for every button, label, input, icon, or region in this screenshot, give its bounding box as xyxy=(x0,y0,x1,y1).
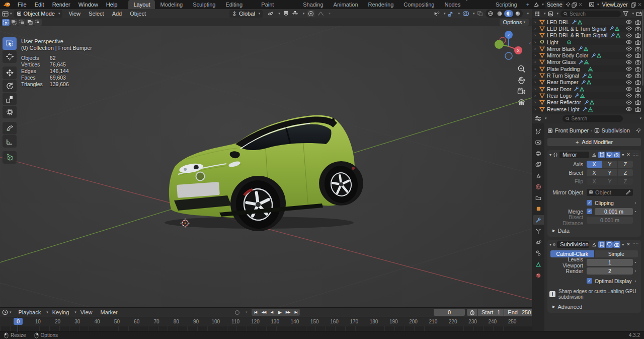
mesh-data-icon[interactable] xyxy=(614,26,620,31)
merge-checkbox[interactable] xyxy=(587,209,592,214)
properties-search-input[interactable] xyxy=(572,116,620,121)
optimal-display-checkbox[interactable] xyxy=(587,278,592,284)
add-workspace-button[interactable]: + xyxy=(522,2,533,8)
disable-render-camera-icon[interactable] xyxy=(635,80,641,85)
add-modifier-button[interactable]: + Add Modifier xyxy=(547,138,641,146)
light-object-icon[interactable] xyxy=(539,39,545,45)
outliner-row-reverse-light[interactable]: › Reverse Light xyxy=(532,106,644,112)
expand-chevron[interactable]: › xyxy=(534,46,539,51)
outliner-row-light[interactable]: › Light xyxy=(532,39,644,45)
mesh-object-icon[interactable] xyxy=(539,20,545,25)
expand-chevron[interactable]: › xyxy=(534,53,539,58)
outliner-row-led-drl-l-turn-signal[interactable]: › LED DRL & L Turn Signal xyxy=(532,25,644,32)
viewlayer-icon[interactable] xyxy=(589,2,595,8)
mirror-bisect-buttons-z[interactable]: Z xyxy=(618,169,633,176)
viewport-3d[interactable]: ▾ Object Mode ▾ ViewSelectAddObject Glob… xyxy=(0,9,532,307)
outliner-row-rear-bumper[interactable]: › Rear Bumper xyxy=(532,79,644,86)
scene-browse-chevron[interactable]: ▾ xyxy=(542,3,544,7)
shading-wireframe-button[interactable] xyxy=(486,10,495,17)
prev-keyframe-button[interactable]: ◀◀ xyxy=(260,309,268,316)
mirror-show-viewport-toggle[interactable] xyxy=(606,152,613,158)
hide-eye-icon[interactable] xyxy=(626,40,632,44)
mesh-object-icon[interactable] xyxy=(539,93,545,98)
viewlayer-browse-chevron[interactable]: ▾ xyxy=(597,3,599,7)
new-viewlayer-icon[interactable] xyxy=(631,2,636,8)
shading-rendered-button[interactable] xyxy=(513,10,522,17)
expand-chevron[interactable]: › xyxy=(534,87,539,92)
scene-selector[interactable]: Scene xyxy=(545,1,565,9)
measure-tool[interactable] xyxy=(3,135,17,148)
pin-id-icon[interactable] xyxy=(636,128,641,133)
tab-world[interactable] xyxy=(533,182,544,191)
menu-file[interactable]: File xyxy=(14,0,31,9)
timeline-menu-keying[interactable]: Keying xyxy=(48,308,73,317)
modifier-wrench-icon[interactable] xyxy=(574,86,579,92)
object-name[interactable]: Mirror Glass xyxy=(547,59,576,65)
expand-chevron[interactable]: › xyxy=(534,33,539,38)
mirror-bisect-buttons-y[interactable]: Y xyxy=(602,169,617,176)
object-name[interactable]: Mirror Black xyxy=(547,46,575,52)
mesh-data-icon[interactable] xyxy=(584,59,589,64)
select-set-button[interactable] xyxy=(2,19,10,26)
hide-eye-icon[interactable] xyxy=(626,46,632,51)
tab-tool[interactable] xyxy=(533,126,544,136)
disable-render-camera-icon[interactable] xyxy=(635,20,641,25)
snap-target-chevron[interactable]: ▾ xyxy=(278,12,280,16)
disable-render-camera-icon[interactable] xyxy=(635,26,641,31)
mirror-axis-buttons-z[interactable]: Z xyxy=(618,161,633,168)
pin-icon[interactable] xyxy=(566,2,571,7)
tab-object-data[interactable] xyxy=(533,259,544,269)
subdiv-show-viewport-toggle[interactable] xyxy=(606,241,613,248)
mesh-object-icon[interactable] xyxy=(539,59,545,64)
new-collection-icon[interactable] xyxy=(636,11,642,17)
simple-button[interactable]: Simple xyxy=(595,250,638,257)
hide-eye-icon[interactable] xyxy=(626,100,632,105)
breadcrumb-object[interactable]: Front Bumper xyxy=(555,127,589,133)
outliner-row-r-turn-signal[interactable]: › R Turn Signal xyxy=(532,72,644,79)
levels-viewport-field[interactable]: 1 xyxy=(587,259,633,266)
mesh-data-icon[interactable] xyxy=(589,100,595,105)
play-reverse-button[interactable]: ◀ xyxy=(268,309,276,316)
object-visibility-icon[interactable] xyxy=(434,11,440,17)
mirror-data-subpanel[interactable]: ▸ Data xyxy=(552,227,641,234)
subdiv-advanced-subpanel[interactable]: ▸ Advanced xyxy=(552,303,641,310)
mesh-object-icon[interactable] xyxy=(539,80,545,85)
timeline-channel-strip[interactable] xyxy=(0,326,532,331)
display-mode-chevron[interactable]: ▾ xyxy=(544,12,546,16)
tab-particles[interactable] xyxy=(533,226,544,236)
mesh-data-icon[interactable] xyxy=(577,20,583,25)
modifier-wrench-icon[interactable] xyxy=(574,93,580,98)
object-name[interactable]: Rear Bumper xyxy=(547,79,578,85)
timeline-ruler[interactable]: 0 10203040506070809010011012013014015016… xyxy=(0,317,532,326)
mesh-object-icon[interactable] xyxy=(539,66,545,72)
select-box-tool[interactable] xyxy=(3,37,17,50)
modifier-wrench-icon[interactable] xyxy=(591,53,596,58)
mesh-object-icon[interactable] xyxy=(539,73,545,78)
mesh-data-icon[interactable] xyxy=(596,53,602,58)
expand-chevron[interactable]: › xyxy=(534,26,539,31)
properties-editor-icon[interactable] xyxy=(535,116,541,121)
mirror-show-editmode-toggle[interactable] xyxy=(598,152,605,158)
outliner-row-led-drl[interactable]: › LED DRL xyxy=(532,19,644,25)
light-data-icon[interactable] xyxy=(567,40,572,45)
snap-target-icon[interactable] xyxy=(268,11,274,17)
mesh-data-icon[interactable] xyxy=(588,66,593,72)
disable-render-camera-icon[interactable] xyxy=(635,93,641,98)
gizmos-chevron[interactable]: ▾ xyxy=(458,12,460,16)
scene-icon[interactable] xyxy=(533,2,539,8)
modifier-wrench-icon[interactable] xyxy=(578,59,584,65)
car-model[interactable] xyxy=(156,109,367,236)
outliner-row-rear-reflector[interactable]: › Rear Reflector xyxy=(532,99,644,106)
expand-chevron[interactable]: › xyxy=(534,107,539,112)
mode-selector[interactable]: Object Mode ▾ xyxy=(14,10,63,18)
outliner-scrollbar[interactable] xyxy=(642,10,643,86)
workspace-tab-sculpting[interactable]: Sculpting xyxy=(188,0,220,9)
disable-render-camera-icon[interactable] xyxy=(635,40,641,45)
hide-eye-icon[interactable] xyxy=(626,33,632,38)
object-name[interactable]: Mirror Body Color xyxy=(547,52,588,58)
viewport-menu-add[interactable]: Add xyxy=(108,9,126,18)
merge-threshold-field[interactable]: 0.001 m xyxy=(595,208,633,215)
expand-chevron[interactable]: › xyxy=(534,40,539,45)
tab-render[interactable] xyxy=(533,138,544,147)
tab-material[interactable] xyxy=(533,270,544,280)
